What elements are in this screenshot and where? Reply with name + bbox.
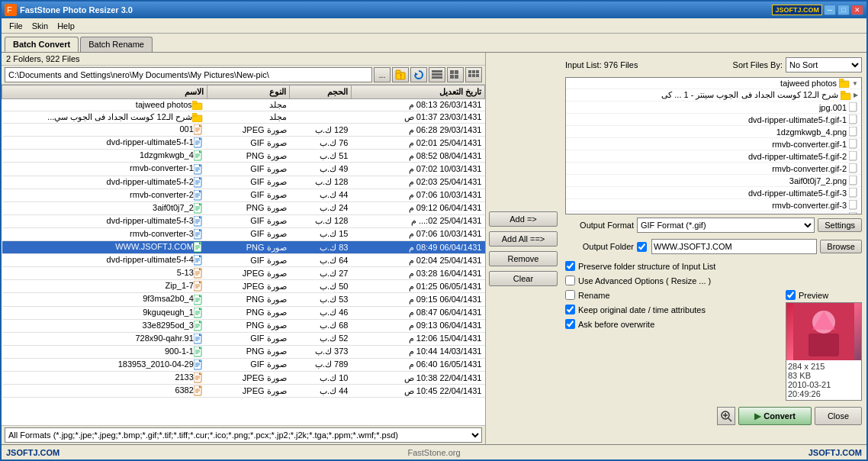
- list-item[interactable]: 2-rmvb-converter.gif: [566, 163, 861, 175]
- add-button[interactable]: Add =>: [489, 211, 558, 227]
- convert-button[interactable]: ▶ Convert: [738, 407, 812, 425]
- browse-output-button[interactable]: Browse: [820, 240, 862, 253]
- remove-button[interactable]: Remove: [489, 251, 558, 266]
- table-row[interactable]: 9kguqeugh_1 صورة PNG 46 ك.ب 06/04/1431 0…: [2, 306, 485, 319]
- view-thumb-button[interactable]: [465, 67, 482, 82]
- menu-bar: File Skin Help: [2, 18, 866, 34]
- svg-rect-128: [839, 81, 849, 88]
- preview-size: 83 KB: [788, 371, 860, 380]
- output-folder-row: Output Folder Browse: [565, 239, 862, 254]
- table-row[interactable]: 1-rmvb-converter صورة GIF 49 ك.ب 10/03/1…: [2, 163, 485, 176]
- close-window-button[interactable]: ✕: [851, 5, 863, 15]
- preserve-folder-checkbox[interactable]: [565, 261, 575, 271]
- svg-rect-20: [192, 101, 197, 104]
- keep-date-row: Keep original date / time attributes: [565, 304, 780, 315]
- svg-rect-135: [849, 139, 857, 148]
- output-format-row: Output Format GIF Format (*.gif) Setting…: [565, 218, 862, 233]
- table-row[interactable]: 3-rmvb-converter صورة GIF 15 ك.ب 10/03/1…: [2, 227, 485, 240]
- svg-rect-134: [849, 127, 857, 136]
- refresh-button[interactable]: [410, 67, 427, 82]
- table-row[interactable]: شرح الـ12 كوست الجداد فى الجوب سي... مجل…: [2, 111, 485, 124]
- file-count: 2 Folders, 922 Files: [2, 53, 485, 66]
- clear-button[interactable]: Clear: [489, 271, 558, 286]
- svg-rect-10: [455, 70, 458, 74]
- col-header-name[interactable]: الاسم: [2, 85, 207, 99]
- maximize-button[interactable]: □: [837, 5, 850, 15]
- output-folder-input[interactable]: [651, 239, 817, 254]
- zoom-button[interactable]: [717, 407, 735, 425]
- list-item[interactable]: ▶شرح الـ12 كوست الجداد فى الجوب سينتر - …: [566, 89, 861, 102]
- list-item[interactable]: 1-rmvb-converter.gif: [566, 138, 861, 150]
- list-item[interactable]: 2-dvd-ripper-ultimate5-f.gif: [566, 150, 861, 163]
- view-list-button[interactable]: [429, 67, 445, 82]
- output-folder-label: Output Folder: [565, 242, 634, 251]
- folder-up-button[interactable]: ↑: [392, 67, 409, 82]
- table-row[interactable]: 900-1-1 صورة PNG 373 ك.ب 14/03/1431 10:4…: [2, 345, 485, 358]
- table-row[interactable]: 2010-04-29_183953 صورة GIF 789 ك.ب 16/05…: [2, 358, 485, 371]
- menu-file[interactable]: File: [5, 20, 27, 32]
- add-all-button[interactable]: Add All ==>: [489, 231, 558, 247]
- table-row[interactable]: 5-13 صورة JPEG 27 ك.ب 16/04/1431 03:28 م: [2, 267, 485, 280]
- app-icon: F: [5, 4, 17, 16]
- file-table-container: الاسم النوع الحجم تاريخ التعديل tajweed …: [2, 85, 485, 425]
- svg-rect-141: [849, 212, 857, 214]
- ask-overwrite-checkbox[interactable]: [565, 319, 575, 329]
- format-filter-select[interactable]: All Formats (*.jpg;*.jpe;*.jpeg;*.bmp;*.…: [5, 427, 482, 443]
- list-item[interactable]: ▼tajweed photos: [566, 78, 861, 89]
- svg-text:↑: ↑: [399, 71, 403, 80]
- close-button[interactable]: Close: [815, 407, 862, 425]
- svg-rect-136: [849, 151, 857, 160]
- table-row[interactable]: 2-rmvb-converter صورة GIF 44 ك.ب 10/03/1…: [2, 189, 485, 201]
- table-row[interactable]: 4-dvd-ripper-ultimate5-f صورة GIF 64 ك.ب…: [2, 254, 485, 267]
- table-row[interactable]: WWW.JSOFTJ.COM صورة PNG 83 ك.ب 06/04/143…: [2, 241, 485, 254]
- svg-rect-129: [839, 79, 844, 82]
- list-item[interactable]: 3aif0t0j7_2.png: [566, 175, 861, 187]
- keep-date-checkbox[interactable]: [565, 305, 575, 314]
- list-item[interactable]: 1-dvd-ripper-ultimate5-f.gif: [566, 114, 861, 126]
- svg-rect-8: [432, 76, 442, 79]
- view-detail-button[interactable]: [447, 67, 464, 82]
- svg-rect-145: [809, 334, 839, 356]
- use-advanced-checkbox[interactable]: [565, 276, 575, 285]
- output-folder-checkbox[interactable]: [637, 242, 647, 252]
- table-row[interactable]: 728x90-qahr.91 صورة GIF 52 ك.ب 15/04/143…: [2, 332, 485, 345]
- table-row[interactable]: 33e8295od_3 صورة PNG 68 ك.ب 06/04/1431 0…: [2, 319, 485, 332]
- path-input[interactable]: [5, 67, 372, 82]
- table-row[interactable]: 3-dvd-ripper-ultimate5-f صورة GIF 128 ك.…: [2, 214, 485, 227]
- bottom-buttons: ▶ Convert Close: [565, 404, 862, 425]
- table-row[interactable]: 2-dvd-ripper-ultimate5-f صورة GIF 128 ك.…: [2, 176, 485, 189]
- settings-button[interactable]: Settings: [818, 218, 862, 232]
- table-row[interactable]: 9f3msa2b0_4 صورة PNG 53 ك.ب 06/04/1431 0…: [2, 293, 485, 306]
- table-row[interactable]: tajweed photos مجلد 26/03/1431 08:13 م: [2, 99, 485, 111]
- list-item[interactable]: 4-dvd-ripper-ultimate5-f.gif: [566, 211, 861, 214]
- list-item[interactable]: 3-rmvb-converter.gif: [566, 199, 861, 211]
- table-row[interactable]: 1-dvd-ripper-ultimate5-f صورة GIF 76 ك.ب…: [2, 137, 485, 150]
- menu-skin[interactable]: Skin: [27, 20, 53, 32]
- minimize-button[interactable]: ─: [824, 5, 836, 15]
- svg-marker-5: [415, 73, 418, 76]
- table-row[interactable]: 7-Zip_1 صورة JPEG 50 ك.ب 06/05/1431 01:2…: [2, 280, 485, 293]
- preserve-folder-label: Preserve folder structure of Input List: [578, 262, 715, 271]
- col-header-type[interactable]: النوع: [207, 85, 290, 99]
- rename-checkbox[interactable]: [565, 290, 575, 300]
- table-row[interactable]: 6382 صورة JPEG 44 ك.ب 22/04/1431 10:45 ص: [2, 385, 485, 398]
- list-item[interactable]: 3-dvd-ripper-ultimate5-f.gif: [566, 187, 861, 199]
- tab-batch-rename[interactable]: Batch Rename: [80, 37, 153, 52]
- table-row[interactable]: 001 صورة JPEG 129 ك.ب 29/03/1431 06:28 م: [2, 124, 485, 137]
- table-row[interactable]: 2133 صورة JPEG 10 ك.ب 22/04/1431 10:38 ص: [2, 371, 485, 384]
- col-header-size[interactable]: الحجم: [290, 85, 352, 99]
- table-row[interactable]: 1dzgmkwgb_4 صورة PNG 51 ك.ب 08/04/1431 0…: [2, 150, 485, 163]
- input-list-label: Input List: 976 Files: [565, 60, 638, 69]
- preview-checkbox[interactable]: [786, 290, 796, 300]
- input-list-box[interactable]: ▼tajweed photos▶شرح الـ12 كوست الجداد فى…: [565, 77, 862, 214]
- output-format-select[interactable]: GIF Format (*.gif): [637, 218, 815, 233]
- col-header-date[interactable]: تاريخ التعديل: [351, 85, 484, 99]
- tab-batch-convert[interactable]: Batch Convert: [5, 37, 79, 52]
- browse-path-button[interactable]: ...: [374, 67, 391, 82]
- list-item[interactable]: 001.jpg: [566, 102, 861, 114]
- menu-help[interactable]: Help: [53, 20, 79, 32]
- list-item[interactable]: 1dzgmkwgb_4.png: [566, 126, 861, 138]
- table-row[interactable]: 3aif0t0j7_2 صورة PNG 24 ك.ب 06/04/1431 0…: [2, 201, 485, 214]
- sort-select[interactable]: No Sort Name Size Date: [786, 57, 862, 73]
- preview-label: Preview: [799, 291, 828, 300]
